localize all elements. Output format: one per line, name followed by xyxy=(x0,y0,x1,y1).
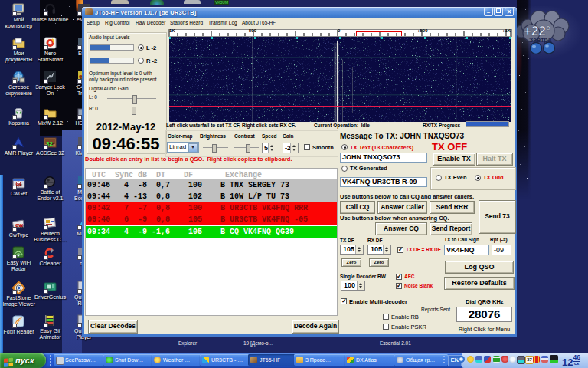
svg-text:CW: CW xyxy=(15,223,23,228)
svg-text:32: 32 xyxy=(46,140,53,147)
svg-text:cw: cw xyxy=(16,182,21,186)
svg-text:Завтра: Завтра xyxy=(529,36,552,44)
